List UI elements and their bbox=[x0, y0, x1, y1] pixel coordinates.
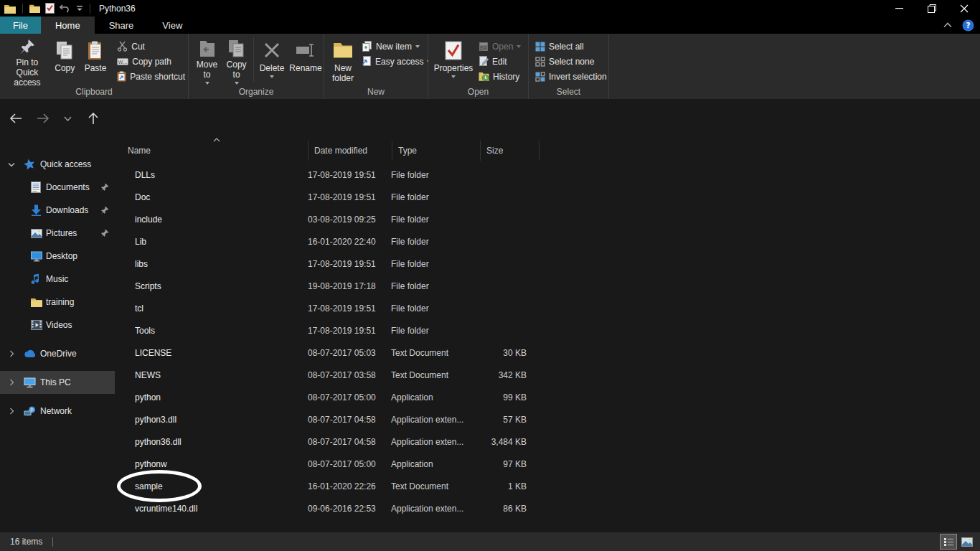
file-date: 17-08-2019 19:51 bbox=[301, 170, 385, 180]
collapse-ribbon-icon[interactable] bbox=[943, 22, 952, 28]
history-button[interactable]: History bbox=[476, 69, 524, 84]
dll-icon bbox=[115, 414, 129, 425]
easy-access-button[interactable]: Easy access bbox=[359, 54, 434, 69]
paste-button[interactable]: Paste bbox=[80, 36, 112, 85]
open-button[interactable]: Open bbox=[476, 39, 524, 54]
copy-label: Copy bbox=[55, 64, 75, 74]
sidebar-item-onedrive[interactable]: OneDrive bbox=[0, 342, 115, 365]
sidebar-item-music[interactable]: Music bbox=[0, 268, 115, 291]
file-row-python[interactable]: python08-07-2017 05:00Application99 KB bbox=[115, 386, 980, 408]
properties-button[interactable]: Properties bbox=[433, 36, 474, 85]
titlebar: Python36 bbox=[0, 0, 980, 17]
file-row-scripts[interactable]: Scripts19-08-2019 17:18File folder bbox=[115, 275, 980, 297]
file-name: python bbox=[129, 392, 301, 402]
folder-icon[interactable] bbox=[29, 4, 40, 13]
file-row-sample[interactable]: sample16-01-2020 22:26Text Document1 KB bbox=[115, 475, 980, 497]
quick-access-toolbar bbox=[0, 3, 92, 14]
column-header-date-modified[interactable]: Date modified bbox=[308, 141, 392, 161]
file-type: File folder bbox=[385, 303, 473, 314]
sidebar-item-quick-access[interactable]: Quick access bbox=[0, 153, 115, 176]
music-icon bbox=[31, 273, 39, 285]
ribbon: Pin to Quick access Copy Paste bbox=[0, 34, 980, 99]
svg-text:W...: W... bbox=[118, 60, 128, 65]
new-item-button[interactable]: New item bbox=[359, 39, 434, 54]
invert-selection-button[interactable]: Invert selection bbox=[532, 69, 610, 84]
properties-check-icon[interactable] bbox=[45, 3, 55, 14]
close-button[interactable] bbox=[948, 0, 980, 17]
file-name: NEWS bbox=[129, 370, 301, 380]
sidebar-item-pictures[interactable]: Pictures bbox=[0, 222, 115, 245]
copy-to-button[interactable]: Copy to bbox=[222, 36, 251, 85]
file-row-python3-dll[interactable]: python3.dll08-07-2017 04:58Application e… bbox=[115, 408, 980, 430]
undo-icon[interactable] bbox=[60, 4, 71, 13]
rename-button[interactable]: Rename bbox=[288, 36, 324, 85]
column-header-size[interactable]: Size bbox=[481, 141, 540, 161]
cut-button[interactable]: Cut bbox=[114, 39, 188, 54]
minimize-button[interactable] bbox=[883, 0, 915, 17]
restore-button[interactable] bbox=[915, 0, 948, 17]
invert-selection-label: Invert selection bbox=[549, 72, 607, 82]
file-row-python36-dll[interactable]: python36.dll08-07-2017 04:58Application … bbox=[115, 430, 980, 453]
this-pc-icon bbox=[24, 377, 36, 388]
properties-icon bbox=[445, 39, 462, 62]
file-row-lib[interactable]: Lib16-01-2020 22:40File folder bbox=[115, 230, 980, 253]
move-to-button[interactable]: Move to bbox=[192, 36, 222, 85]
edit-button[interactable]: Edit bbox=[476, 54, 524, 69]
customize-quick-access-icon[interactable] bbox=[76, 5, 83, 12]
file-rows: DLLs17-08-2019 19:51File folderDoc17-08-… bbox=[115, 164, 980, 519]
file-row-pythonw[interactable]: pythonw08-07-2017 05:00Application97 KB bbox=[115, 453, 980, 475]
copy-button[interactable]: Copy bbox=[50, 36, 80, 85]
forward-button[interactable] bbox=[33, 109, 53, 128]
file-date: 16-01-2020 22:26 bbox=[301, 481, 385, 491]
file-row-tcl[interactable]: tcl17-08-2019 19:51File folder bbox=[115, 297, 980, 319]
tab-file[interactable]: File bbox=[0, 17, 41, 34]
file-row-libs[interactable]: libs17-08-2019 19:51File folder bbox=[115, 253, 980, 275]
back-button[interactable] bbox=[6, 109, 26, 128]
file-date: 16-01-2020 22:40 bbox=[301, 237, 385, 247]
tab-view[interactable]: View bbox=[148, 17, 197, 34]
help-icon[interactable]: ? bbox=[962, 19, 974, 32]
copy-path-button[interactable]: W... Copy path bbox=[114, 54, 188, 69]
invert-selection-icon bbox=[535, 72, 545, 82]
sidebar-item-desktop[interactable]: Desktop bbox=[0, 245, 115, 268]
column-header-type[interactable]: Type bbox=[392, 141, 481, 161]
sidebar-item-this-pc[interactable]: This PC bbox=[0, 371, 115, 394]
file-row-news[interactable]: NEWS08-07-2017 03:58Text Document342 KB bbox=[115, 364, 980, 386]
file-row-include[interactable]: include03-08-2019 09:25File folder bbox=[115, 208, 980, 230]
up-button[interactable] bbox=[83, 109, 103, 128]
file-row-license[interactable]: LICENSE08-07-2017 05:03Text Document30 K… bbox=[115, 342, 980, 364]
new-group-label: New bbox=[324, 87, 428, 97]
chevron-right-icon[interactable] bbox=[6, 408, 17, 415]
file-row-vcruntime140-dll[interactable]: vcruntime140.dll09-06-2016 22:53Applicat… bbox=[115, 497, 980, 519]
recent-locations-button[interactable] bbox=[57, 109, 77, 128]
thumbnails-view-button[interactable] bbox=[958, 534, 976, 550]
select-all-button[interactable]: Select all bbox=[532, 39, 610, 54]
chevron-down-icon[interactable] bbox=[6, 162, 17, 167]
sort-ascending-icon bbox=[213, 138, 220, 142]
sidebar-item-training[interactable]: training bbox=[0, 291, 115, 314]
details-view-button[interactable] bbox=[940, 534, 957, 550]
paste-shortcut-button[interactable]: Paste shortcut bbox=[114, 69, 188, 84]
file-row-dlls[interactable]: DLLs17-08-2019 19:51File folder bbox=[115, 164, 980, 186]
sidebar-item-downloads[interactable]: Downloads bbox=[0, 199, 115, 222]
column-header-name[interactable]: Name bbox=[115, 141, 308, 161]
sidebar-item-videos[interactable]: Videos bbox=[0, 314, 115, 336]
file-date: 08-07-2017 04:58 bbox=[301, 437, 385, 447]
tab-share[interactable]: Share bbox=[95, 17, 149, 34]
tab-home[interactable]: Home bbox=[41, 17, 95, 34]
chevron-right-icon[interactable] bbox=[6, 379, 17, 386]
select-none-button[interactable]: Select none bbox=[532, 54, 610, 69]
new-folder-button[interactable]: New folder bbox=[329, 36, 357, 85]
organize-group-label: Organize bbox=[189, 87, 324, 97]
sidebar-item-network[interactable]: Network bbox=[0, 400, 115, 423]
svg-text:?: ? bbox=[966, 21, 970, 29]
delete-button[interactable]: Delete bbox=[256, 36, 288, 85]
chevron-right-icon[interactable] bbox=[6, 350, 17, 357]
sidebar-item-documents[interactable]: Documents bbox=[0, 176, 115, 199]
file-row-doc[interactable]: Doc17-08-2019 19:51File folder bbox=[115, 186, 980, 208]
file-row-tools[interactable]: Tools17-08-2019 19:51File folder bbox=[115, 319, 980, 342]
copy-icon bbox=[56, 39, 73, 62]
pin-to-quick-access-button[interactable]: Pin to Quick access bbox=[4, 36, 50, 85]
file-size: 1 KB bbox=[473, 481, 527, 491]
easy-access-icon bbox=[362, 56, 372, 67]
